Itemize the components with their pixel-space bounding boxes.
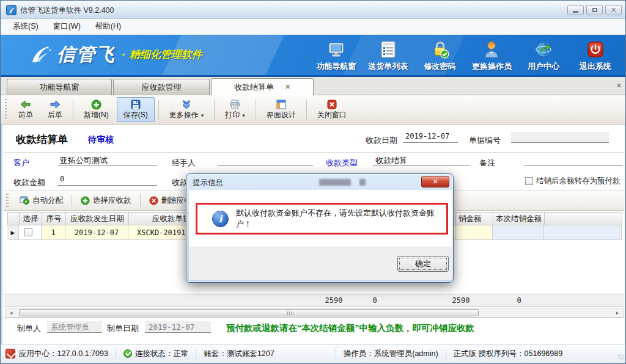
user-center-button[interactable]: 用户中心 xyxy=(518,39,569,75)
separator-line xyxy=(4,152,624,153)
doc-no-field[interactable] xyxy=(511,132,609,143)
lock-icon xyxy=(431,39,449,60)
form-title: 收款结算单 xyxy=(16,133,68,147)
more-actions-button[interactable]: 更多操作▾ xyxy=(163,97,211,122)
total-current-settle: 0 xyxy=(498,296,540,305)
auto-assign-icon xyxy=(20,196,29,205)
scroll-right-icon[interactable]: ▸ xyxy=(613,310,622,316)
globe-icon xyxy=(534,39,553,60)
close-icon: ✕ xyxy=(611,7,616,13)
save-button[interactable]: 保存(S) xyxy=(117,97,155,122)
scrollbar-thumb[interactable] xyxy=(19,309,479,316)
col-settle-amount[interactable]: 本次结销金额 xyxy=(493,213,545,225)
monitor-icon xyxy=(327,39,345,60)
toolbar-separator xyxy=(256,100,256,120)
remark-field[interactable] xyxy=(524,155,623,166)
toolbar-separator xyxy=(306,100,307,120)
scrollbar-grip xyxy=(287,311,295,315)
status-license: 正式版 授权序列号：051696989 xyxy=(454,349,563,359)
message-dialog: 提示信息 ✕ i 默认收付款资金账户不存在，请先设定默认收付款资金账户！ 确定 xyxy=(186,173,454,283)
resize-grip xyxy=(618,354,624,360)
col-seq[interactable]: 序号 xyxy=(42,213,66,225)
brand-slogan: 精细化管理软件 xyxy=(130,48,202,62)
close-icon: ✕ xyxy=(432,178,438,186)
row-settle-cell[interactable] xyxy=(493,225,544,239)
check-circle-icon xyxy=(123,349,132,358)
brand-block: 信管飞 · 精细化管理软件 xyxy=(28,42,202,67)
tab-bar: 功能导航窗 应收款管理 收款结算单 ✕ ✕ xyxy=(1,77,626,95)
user-icon xyxy=(483,39,500,60)
customer-field[interactable]: 亚拓公司测试 xyxy=(57,155,157,166)
select-receivable-button[interactable]: 选择应收款 xyxy=(75,193,138,208)
auto-assign-button[interactable]: 自动分配 xyxy=(13,193,69,208)
restore-icon xyxy=(592,8,597,12)
dialog-close-button[interactable]: ✕ xyxy=(421,176,449,187)
total-receivable: 2590 xyxy=(312,296,355,305)
exit-system-button[interactable]: 退出系统 xyxy=(570,39,620,75)
col-date[interactable]: 应收款发生日期 xyxy=(66,213,129,225)
tab-close-icon[interactable]: ✕ xyxy=(285,83,290,91)
receipt-date-field[interactable]: 2019-12-07 xyxy=(403,132,458,143)
plus-circle-icon xyxy=(91,99,101,110)
switch-operator-button[interactable]: 更换操作员 xyxy=(466,39,517,75)
ok-button[interactable]: 确定 xyxy=(397,256,449,272)
scroll-left-icon[interactable]: ◂ xyxy=(7,310,15,316)
glass-blur-artifact xyxy=(319,179,351,186)
banner-toolbar: 功能导航窗 送货单列表 修改密码 更换操作员 xyxy=(311,39,620,75)
brand-logo-icon xyxy=(28,43,52,67)
nav-window-button[interactable]: 功能导航窗 xyxy=(311,39,361,75)
separator-line xyxy=(4,318,624,318)
make-date-field: 2019-12-07 xyxy=(145,321,211,333)
receipt-date-label: 收款日期 xyxy=(366,135,397,146)
col-select[interactable]: 选择 xyxy=(20,213,42,225)
toolbar-grip xyxy=(4,99,7,120)
tab-receivables[interactable]: 应收款管理 xyxy=(113,79,210,95)
menu-window[interactable]: 窗口(W) xyxy=(46,20,88,34)
close-window-button[interactable]: 关闭窗口 xyxy=(311,97,353,122)
transfer-prepaid-checkbox[interactable]: 结销后余额转存为预付款 xyxy=(525,176,620,186)
make-date-label: 制单日期 xyxy=(107,323,139,334)
minimize-button[interactable] xyxy=(567,5,584,15)
horizontal-scrollbar[interactable]: ◂ ▸ xyxy=(5,308,624,318)
status-account-book: 账套：测试账套1207 xyxy=(204,349,274,359)
new-button[interactable]: 新增(N) xyxy=(77,97,116,122)
row-amount-cell xyxy=(455,225,493,239)
grid-toolbar-separator xyxy=(72,194,72,206)
status-separator xyxy=(446,349,446,359)
row-selector-cell: ▶ xyxy=(7,225,19,239)
restore-button[interactable] xyxy=(586,5,603,15)
save-floppy-icon xyxy=(131,99,141,110)
maker-field: 系统管理员 xyxy=(47,321,102,333)
change-password-button[interactable]: 修改密码 xyxy=(415,39,465,75)
dialog-title: 提示信息 xyxy=(193,178,223,188)
checkbox-icon xyxy=(24,228,32,236)
print-button[interactable]: 打印▾ xyxy=(218,97,252,122)
status-separator xyxy=(336,349,336,359)
row-blank-cell xyxy=(544,225,622,239)
ui-design-button[interactable]: 界面设计 xyxy=(260,97,303,122)
arrow-left-icon xyxy=(20,99,31,110)
handler-field[interactable] xyxy=(218,155,313,166)
tab-nav-window[interactable]: 功能导航窗 xyxy=(7,79,112,95)
menu-bar: 系统(S) 窗口(W) 帮助(H) xyxy=(1,19,626,35)
col-amount-partial[interactable]: 销金额 xyxy=(456,213,493,225)
dialog-footer: 确定 xyxy=(189,247,452,280)
amount-field[interactable]: 0 xyxy=(57,175,157,186)
tab-receipt-settlement[interactable]: 收款结算单 ✕ xyxy=(211,78,314,95)
status-badge: 待审核 xyxy=(88,134,114,145)
prev-doc-button[interactable]: 前单 xyxy=(12,97,40,122)
delivery-list-button[interactable]: 送货单列表 xyxy=(363,39,413,75)
app-logo-icon xyxy=(6,5,17,15)
receipt-type-field[interactable]: 收款结算 xyxy=(373,155,470,166)
close-button[interactable]: ✕ xyxy=(605,5,622,15)
status-app-center: 应用中心：127.0.0.1:7093 xyxy=(19,349,108,359)
toolbar-separator xyxy=(158,100,159,120)
hint-text: 预付款或退款请在“本次结销金额”中输入负数，即可冲销应收款 xyxy=(226,322,474,334)
menu-system[interactable]: 系统(S) xyxy=(6,20,46,34)
next-doc-button[interactable]: 后单 xyxy=(41,97,69,122)
row-select-cell[interactable] xyxy=(19,225,42,239)
menu-help[interactable]: 帮助(H) xyxy=(88,20,128,34)
doc-no-label: 单据编号 xyxy=(469,135,501,146)
maker-label: 制单人 xyxy=(17,323,41,334)
tabbar-close-icon[interactable]: ✕ xyxy=(616,82,622,90)
